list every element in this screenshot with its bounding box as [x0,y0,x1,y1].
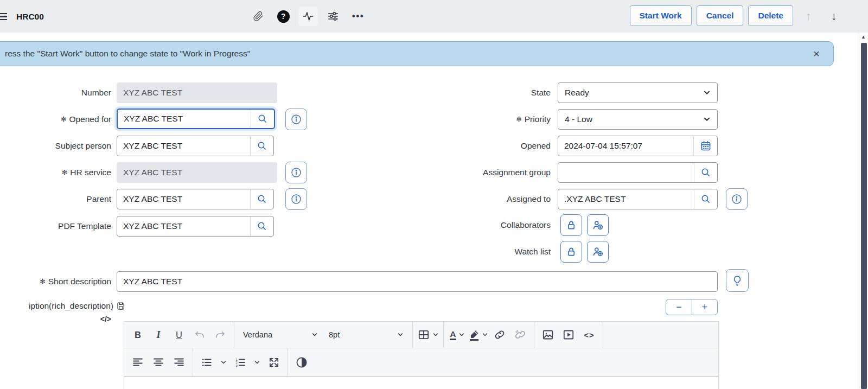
hamburger-menu-icon[interactable] [0,11,10,22]
assigned-to-search-button[interactable] [694,189,717,209]
numbered-list-menu-button[interactable] [251,352,264,373]
assigned-to-field [558,189,718,209]
sliders-icon [327,10,339,22]
align-left-button[interactable] [127,352,148,373]
collaborators-add-user-button[interactable] [587,214,609,236]
personalize-form-button[interactable] [323,7,343,26]
fullscreen-button[interactable] [264,352,284,373]
help-button[interactable]: ? [273,7,293,26]
priority-select[interactable]: 4 - Low [558,109,718,130]
align-center-button[interactable] [148,352,169,373]
font-size-select[interactable]: 8pt [323,324,409,345]
header-actions: Start Work Cancel Delete [630,5,793,26]
toolbar-divider [288,348,288,376]
collaborators-label: Collaborators [0,215,551,235]
pulse-icon [302,10,314,22]
chevron-down-icon [220,359,227,366]
priority-label: ✻Priority [0,109,551,130]
lock-icon [565,246,577,258]
toolbar-divider [193,348,193,376]
redo-icon [214,329,226,341]
short-description-field [117,271,718,292]
insert-media-button[interactable] [558,324,579,345]
media-icon [562,328,575,341]
watch-list-lock-button[interactable] [560,241,582,263]
help-icon: ? [277,10,290,23]
text-color-button[interactable]: A [447,324,468,345]
close-icon[interactable]: × [808,46,825,62]
info-banner: ress the "Start Work" button to change s… [0,41,834,66]
watch-list-label: Watch list [0,241,551,262]
table-menu-button[interactable] [416,324,440,345]
paperclip-icon [253,11,264,22]
zoom-in-button[interactable]: + [692,299,718,315]
chevron-down-icon [397,331,404,338]
text-color-icon: A [450,329,457,340]
attachment-button[interactable] [248,7,268,26]
scrollbar-thumb[interactable] [861,43,867,389]
more-options-button[interactable]: ••• [348,7,368,26]
lightbulb-icon [731,275,743,286]
activity-stream-button[interactable] [298,7,318,26]
insert-link-button[interactable] [489,324,510,345]
watch-list-add-user-button[interactable] [587,241,609,263]
table-icon [417,328,430,341]
delete-button[interactable]: Delete [748,5,793,26]
watch-list-field [560,241,609,263]
font-family-select[interactable]: Verdana [238,324,323,345]
remove-link-button[interactable] [510,324,531,345]
chevron-down-icon [703,110,717,129]
code-sample-button[interactable]: <> [579,324,599,345]
editor-zoom-controls: − + [666,299,718,315]
contrast-toggle-button[interactable] [291,352,312,373]
calendar-button[interactable] [693,136,717,156]
align-right-button[interactable] [169,352,189,373]
lock-icon [565,219,577,231]
insert-image-button[interactable] [538,324,558,345]
redo-button[interactable] [210,324,231,345]
zoom-out-button[interactable]: − [666,299,692,315]
suggestion-button[interactable] [726,269,749,292]
bullet-list-button[interactable] [196,352,217,373]
undo-icon [194,329,206,341]
save-icon[interactable] [116,301,126,311]
editor-content[interactable] [124,377,718,389]
search-icon [700,194,711,205]
assignment-group-input[interactable] [558,163,694,182]
assignment-group-search-button[interactable] [694,163,717,182]
code-view-toggle[interactable]: </> [0,315,111,323]
vertical-scrollbar[interactable]: ▲ [859,33,868,389]
underline-button[interactable]: U [169,324,189,345]
start-work-button[interactable]: Start Work [630,5,692,26]
undo-button[interactable] [189,324,210,345]
expand-icon [268,356,280,368]
assigned-to-input[interactable] [558,189,694,209]
highlight-color-button[interactable] [468,324,489,345]
chevron-down-icon [254,359,260,366]
collaborators-lock-button[interactable] [560,214,582,236]
state-label: State [0,82,551,103]
short-description-input[interactable] [117,272,717,291]
align-right-icon [173,356,185,368]
image-icon [541,328,554,341]
highlighter-icon [469,329,480,341]
assigned-to-label: Assigned to [0,189,551,209]
previous-record-icon[interactable]: ↑ [800,6,817,27]
assignment-group-field [558,162,718,183]
next-record-icon[interactable]: ↓ [825,6,843,27]
opened-date-input[interactable] [558,136,693,156]
toolbar-divider [412,322,413,348]
state-select[interactable]: Ready [558,82,718,103]
toolbar-divider [443,322,444,348]
header-toolbar: ? ••• [248,4,368,28]
numbered-list-button[interactable] [230,352,251,373]
bold-button[interactable]: B [127,324,148,345]
chevron-down-icon [703,83,717,103]
search-icon [700,167,711,178]
bullet-list-menu-button[interactable] [217,352,230,373]
italic-button[interactable]: I [148,324,169,345]
assigned-to-info-button[interactable] [726,188,748,210]
cancel-button[interactable]: Cancel [697,5,744,26]
toolbar-divider [534,322,534,348]
scrollbar-up-icon[interactable]: ▲ [861,35,866,40]
